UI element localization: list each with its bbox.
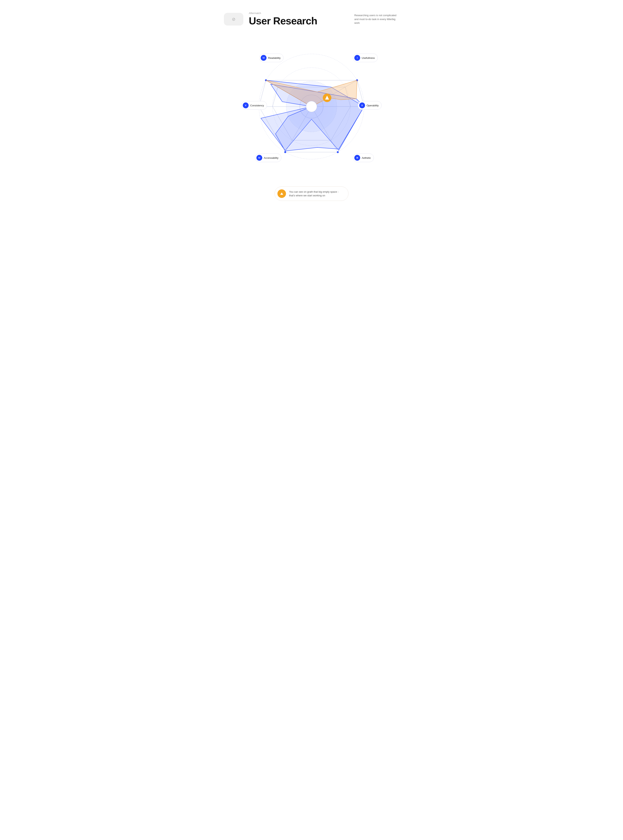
label-aethetic: III Aethetic	[353, 154, 374, 162]
header-brand: Aftermatch	[249, 12, 317, 15]
logo-icon: ⊘	[232, 17, 235, 22]
page-container: ⊘ Aftermatch User Research Researching u…	[224, 12, 399, 201]
label-num-v: V	[243, 103, 249, 108]
label-text-aethetic: Aethetic	[362, 157, 371, 159]
logo-box: ⊘	[224, 13, 243, 26]
label-readability: VI Readability	[259, 54, 284, 62]
label-num-ii: II	[359, 103, 365, 108]
label-text-consistency: Consistency	[250, 104, 264, 107]
header: ⊘ Aftermatch User Research Researching u…	[224, 12, 399, 27]
triangle-icon	[278, 189, 286, 198]
label-text-operability: Operability	[367, 104, 379, 107]
label-num-iv: IV	[256, 155, 262, 161]
chart-section: VI Readability I Usefullness II Operabil…	[224, 42, 399, 175]
page-title: User Research	[249, 15, 317, 27]
annotation-box: You can see on grath that big empty spac…	[275, 186, 348, 201]
svg-point-23	[306, 101, 317, 112]
label-num-vi: VI	[261, 55, 267, 61]
label-text-readability: Readability	[268, 57, 281, 59]
triangle-svg	[280, 192, 284, 195]
label-num-i: I	[354, 55, 360, 61]
label-accessability: IV Accessability	[255, 154, 281, 162]
annotation-text: You can see on grath that big empty spac…	[289, 190, 343, 197]
svg-point-14	[337, 151, 339, 153]
label-operability: II Operability	[358, 101, 382, 110]
header-text: Aftermatch User Research	[249, 12, 317, 27]
header-description: Researching users is not complicated and…	[354, 14, 399, 25]
label-text-usefullness: Usefullness	[362, 57, 375, 59]
label-text-accessability: Accessability	[264, 157, 278, 159]
label-usefullness: I Usefullness	[353, 54, 378, 62]
svg-point-15	[284, 151, 286, 153]
label-num-iii: III	[354, 155, 360, 161]
radar-wrapper: VI Readability I Usefullness II Operabil…	[243, 42, 380, 175]
label-consistency: V Consistency	[241, 101, 267, 110]
